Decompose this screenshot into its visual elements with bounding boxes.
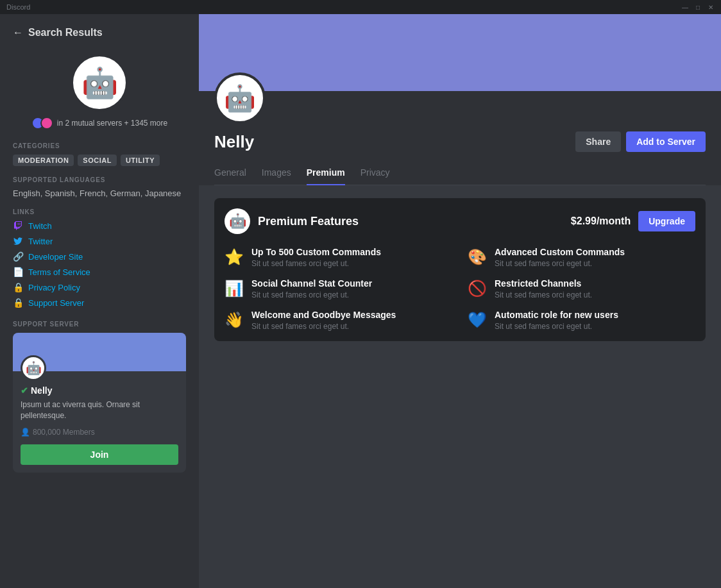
profile-name-row: Nelly Share Add to Server [214, 131, 706, 162]
features-grid: ⭐ Up To 500 Custom Commands Sit ut sed f… [225, 247, 695, 331]
twitter-icon [13, 236, 23, 246]
privacy-policy-label: Privacy Policy [28, 283, 80, 292]
premium-bot-emoji: 🤖 [229, 213, 246, 230]
feature-desc-2: Sit ut sed fames orci eget ut. [495, 259, 625, 268]
maximize-button[interactable]: □ [694, 3, 702, 11]
premium-header-left: 🤖 Premium Features [225, 208, 359, 234]
premium-header-right: $2.99/month Upgrade [571, 211, 695, 231]
link-support-server[interactable]: 🔒 Support Server [13, 298, 186, 308]
tag-moderation: MODERATION [13, 155, 74, 166]
feature-emoji-2: 🎨 [468, 248, 487, 266]
feature-stat-counter: 📊 Social Channel Stat Counter Sit ut sed… [225, 278, 452, 299]
feature-desc-6: Sit ut sed fames orci eget ut. [495, 322, 618, 331]
premium-title: Premium Features [258, 215, 359, 228]
tag-social: SOCIAL [78, 155, 117, 166]
back-navigation[interactable]: ← Search Results [13, 27, 186, 38]
left-panel: ← Search Results 🤖 in 2 mutual servers +… [0, 14, 199, 588]
members-icon: 👤 [21, 428, 30, 437]
premium-bot-avatar: 🤖 [225, 208, 250, 234]
categories-tags: MODERATION SOCIAL UTILITY [13, 155, 186, 166]
twitch-icon [13, 221, 23, 231]
tab-images[interactable]: Images [262, 162, 291, 185]
support-card-avatar: 🤖 [21, 355, 46, 381]
link-privacy-policy[interactable]: 🔒 Privacy Policy [13, 282, 186, 292]
app-body: ← Search Results 🤖 in 2 mutual servers +… [0, 14, 721, 588]
premium-section: 🤖 Premium Features $2.99/month Upgrade ⭐ [199, 185, 721, 354]
feature-title-2: Advanced Custom Commands [495, 247, 625, 257]
link-icon: 🔗 [13, 251, 23, 262]
feature-advanced-commands: 🎨 Advanced Custom Commands Sit ut sed fa… [468, 247, 695, 268]
feature-custom-commands: ⭐ Up To 500 Custom Commands Sit ut sed f… [225, 247, 452, 268]
link-developer-site[interactable]: 🔗 Developer Site [13, 251, 186, 262]
feature-title-3: Social Channel Stat Counter [251, 278, 372, 289]
share-button[interactable]: Share [575, 131, 621, 152]
support-card-members: 👤 800,000 Members [21, 428, 178, 437]
feature-emoji-4: 🚫 [468, 280, 487, 298]
twitch-label: Twitch [28, 221, 52, 231]
feature-emoji-6: 💙 [468, 311, 487, 329]
feature-desc-5: Sit ut sed fames orci eget ut. [251, 322, 396, 331]
mutual-servers-text: in 2 mutual servers + 1345 more [57, 119, 167, 128]
support-card-banner: 🤖 [13, 333, 186, 371]
join-button[interactable]: Join [21, 444, 178, 465]
bot-avatar-emoji: 🤖 [81, 65, 118, 100]
categories-label: CATEGORIES [13, 142, 186, 149]
support-card-body: ✔ Nelly Ipsum ut ac viverra quis. Ornare… [13, 371, 186, 473]
link-terms[interactable]: 📄 Terms of Service [13, 267, 186, 277]
close-button[interactable]: ✕ [707, 3, 715, 11]
support-server-label: SUPPORT SERVER [13, 321, 186, 328]
right-panel: 🤖 Nelly Share Add to Server General Imag… [199, 14, 721, 588]
feature-title-6: Automatic role for new users [495, 310, 618, 320]
tabs-row: General Images Premium Privacy [214, 162, 706, 185]
feature-emoji-5: 👋 [225, 311, 244, 329]
support-server-link-label: Support Server [28, 298, 84, 308]
tag-utility: UTILITY [121, 155, 160, 166]
minimize-button[interactable]: — [681, 3, 689, 11]
lock-icon: 🔒 [13, 282, 23, 292]
mutual-servers: in 2 mutual servers + 1345 more [31, 117, 167, 130]
link-twitch[interactable]: Twitch [13, 221, 186, 231]
tab-premium[interactable]: Premium [307, 162, 345, 185]
feature-title-5: Welcome and Goodbye Messages [251, 310, 396, 320]
premium-header: 🤖 Premium Features $2.99/month Upgrade [225, 208, 695, 234]
tab-privacy[interactable]: Privacy [360, 162, 390, 185]
languages-label: SUPPORTED LANGUAGES [13, 176, 186, 183]
bot-avatar: 🤖 [71, 54, 128, 112]
link-twitter[interactable]: Twitter [13, 236, 186, 246]
profile-avatar-emoji: 🤖 [224, 83, 256, 113]
support-server-card: 🤖 ✔ Nelly Ipsum ut ac viverra quis. Orna… [13, 333, 186, 473]
premium-price: $2.99/month [571, 215, 631, 227]
verified-icon: ✔ [21, 385, 28, 396]
premium-card: 🤖 Premium Features $2.99/month Upgrade ⭐ [214, 198, 706, 341]
back-arrow-icon: ← [13, 27, 23, 38]
twitter-label: Twitter [28, 237, 53, 246]
upgrade-button[interactable]: Upgrade [638, 211, 695, 231]
mutual-avatar-2 [40, 117, 53, 130]
profile-actions: Share Add to Server [575, 131, 706, 152]
terms-label: Terms of Service [28, 267, 90, 277]
feature-restricted-channels: 🚫 Restricted Channels Sit ut sed fames o… [468, 278, 695, 299]
profile-name: Nelly [214, 132, 254, 152]
feature-auto-role: 💙 Automatic role for new users Sit ut se… [468, 310, 695, 331]
profile-avatar-area: 🤖 [214, 72, 706, 124]
feature-desc-1: Sit ut sed fames orci eget ut. [251, 259, 381, 268]
feature-welcome-messages: 👋 Welcome and Goodbye Messages Sit ut se… [225, 310, 452, 331]
profile-header: 🤖 Nelly Share Add to Server General Imag… [199, 91, 721, 185]
support-card-desc: Ipsum ut ac viverra quis. Ornare sit pel… [21, 399, 178, 421]
tab-general[interactable]: General [214, 162, 246, 185]
shield-icon: 🔒 [13, 298, 23, 308]
feature-desc-4: Sit ut sed fames orci eget ut. [495, 290, 592, 299]
back-label: Search Results [28, 27, 103, 38]
support-avatar-emoji: 🤖 [26, 360, 42, 376]
feature-desc-3: Sit ut sed fames orci eget ut. [251, 290, 372, 299]
document-icon: 📄 [13, 267, 23, 277]
mutual-avatars [31, 117, 53, 130]
app-title: Discord [6, 3, 681, 11]
bot-profile: 🤖 in 2 mutual servers + 1345 more [13, 54, 186, 130]
window-controls: — □ ✕ [681, 3, 715, 11]
add-to-server-button[interactable]: Add to Server [626, 131, 706, 152]
profile-avatar: 🤖 [214, 72, 266, 124]
feature-title-4: Restricted Channels [495, 278, 592, 289]
feature-title-1: Up To 500 Custom Commands [251, 247, 381, 257]
feature-emoji-1: ⭐ [225, 248, 244, 266]
